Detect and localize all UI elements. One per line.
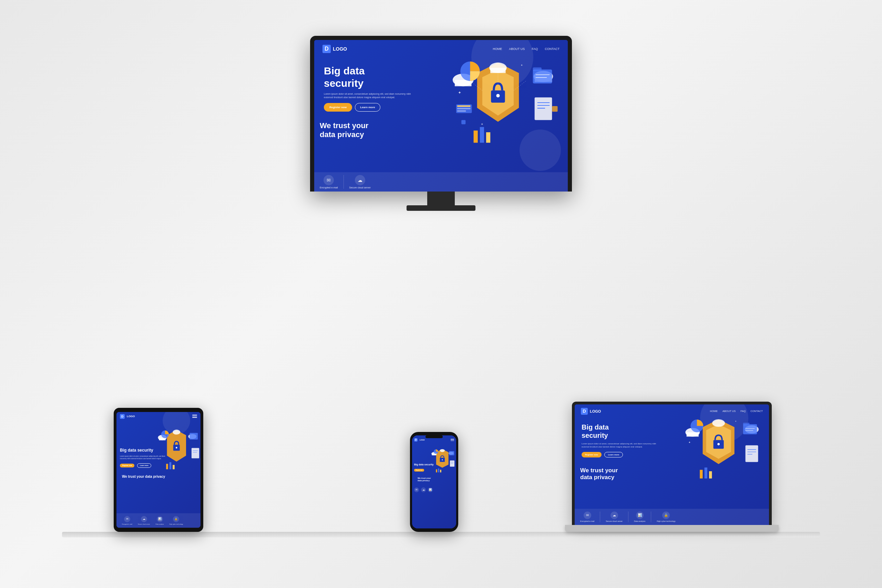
phone-feature-cloud: ☁ (421, 488, 426, 492)
svg-point-64 (440, 449, 445, 452)
svg-rect-54 (190, 433, 198, 439)
svg-rect-41 (700, 470, 702, 478)
tablet-feature-cloud-label: Secure cloud server (138, 523, 150, 525)
svg-rect-63 (432, 454, 436, 455)
svg-point-32 (717, 442, 720, 445)
svg-rect-28 (461, 120, 465, 124)
svg-point-51 (173, 429, 180, 434)
svg-rect-39 (743, 423, 749, 425)
monitor-stand-base (406, 205, 476, 211)
laptop-data-icon: 📊 (636, 512, 644, 519)
laptop-nav-logo: D LOGO (581, 408, 601, 415)
tablet-feature-cloud: ☁ Secure cloud server (138, 516, 150, 525)
feature-divider (344, 175, 344, 189)
svg-text:✦: ✦ (688, 440, 690, 444)
svg-rect-55 (192, 448, 199, 458)
tablet-hamburger-menu[interactable] (192, 415, 197, 418)
cloud-icon: ☁ (355, 175, 365, 185)
laptop-feature-label-cloud: Secure cloud server (606, 520, 622, 522)
svg-text:✦: ✦ (735, 420, 736, 422)
svg-rect-23 (457, 110, 466, 112)
svg-rect-70 (438, 468, 440, 472)
hamburger-line-3 (192, 417, 197, 418)
tablet-feature-data: 📊 Data analysis (156, 516, 164, 525)
monitor-learn-more-button[interactable]: Learn more (355, 103, 380, 112)
svg-rect-15 (480, 127, 484, 142)
tablet-cyber-icon: 🔒 (173, 516, 179, 522)
laptop-feature-cloud: ☁ Secure cloud server (606, 512, 622, 522)
phone-notch (426, 435, 443, 438)
svg-rect-7 (490, 68, 506, 73)
phone-feature-data: 📊 (428, 488, 433, 492)
laptop-divider-2 (628, 512, 628, 522)
monitor-nav-logo: D LOGO (322, 45, 347, 53)
phone-illustration (427, 440, 456, 482)
laptop-illustration: ✦ ✦ (668, 404, 769, 495)
laptop-base (565, 525, 778, 532)
svg-rect-16 (486, 132, 490, 142)
laptop-logo-text: LOGO (590, 409, 601, 413)
svg-rect-67 (449, 451, 454, 455)
surface (62, 532, 820, 537)
phone-site-content: D LOGO (412, 435, 456, 528)
svg-point-35 (712, 419, 725, 427)
tablet-site-content: D LOGO (117, 412, 201, 528)
monitor-frame: D LOGO HOME ABOUT US FAQ CONTACT (310, 36, 572, 192)
svg-text:✦: ✦ (481, 122, 483, 126)
tablet-screen: D LOGO (117, 412, 201, 528)
svg-rect-69 (436, 469, 438, 472)
laptop-screen-container: D LOGO HOME ABOUT US FAQ CONTACT Big dat… (572, 402, 772, 525)
phone-device: D LOGO (410, 432, 458, 532)
svg-point-48 (176, 447, 177, 448)
phone-frame: D LOGO (410, 432, 458, 532)
tablet-feature-data-label: Data analysis (156, 523, 164, 525)
svg-text:✦: ✦ (520, 63, 523, 66)
svg-rect-43 (709, 471, 712, 478)
tablet-logo-d: D (120, 414, 125, 419)
svg-rect-13 (535, 97, 552, 120)
phone-logo-d: D (414, 438, 418, 442)
tablet-feature-cyber-label: High cyber technology (170, 523, 183, 525)
hamburger-line-2 (192, 416, 197, 417)
svg-rect-57 (170, 462, 172, 469)
laptop-device: D LOGO HOME ABOUT US FAQ CONTACT Big dat… (572, 402, 778, 532)
svg-rect-56 (166, 464, 168, 469)
laptop-feature-label-data: Data analysis (634, 520, 645, 522)
phone-data-icon: 📊 (428, 488, 433, 492)
laptop-register-button[interactable]: Register now (582, 452, 602, 458)
tablet-device: D LOGO (114, 408, 203, 532)
phone-feature-email: ✉ (414, 488, 419, 492)
monitor-stand-neck (427, 192, 455, 205)
phone-email-icon: ✉ (414, 488, 419, 492)
tablet-register-button[interactable]: Register now (120, 464, 134, 468)
svg-rect-14 (474, 130, 478, 142)
monitor-register-button[interactable]: Register now (324, 103, 352, 112)
laptop-cloud-icon: ☁ (610, 512, 618, 519)
tablet-data-icon: 📊 (157, 516, 163, 522)
laptop-feature-label-email: Encrypted e-mail (580, 520, 594, 522)
svg-rect-22 (457, 108, 470, 109)
svg-rect-71 (440, 470, 442, 472)
svg-text:✦: ✦ (458, 90, 461, 95)
laptop-logo-d: D (581, 408, 588, 415)
phone-nav-logo: D LOGO (414, 438, 425, 442)
laptop-hero-desc: Lorem ipsum dolor sit amet, consectetuer… (582, 442, 657, 448)
feature-label-email: Encrypted e-mail (320, 186, 338, 189)
tablet-feature-email-label: Encrypted e-mail (122, 523, 132, 525)
laptop-feature-data: 📊 Data analysis (634, 512, 645, 522)
email-icon: ✉ (324, 175, 334, 185)
phone-cloud-icon: ☁ (421, 488, 426, 492)
svg-rect-58 (173, 465, 175, 469)
phone-logo-text: LOGO (420, 439, 425, 441)
svg-point-3 (496, 94, 500, 97)
laptop-screen: D LOGO HOME ABOUT US FAQ CONTACT Big dat… (574, 404, 769, 525)
laptop-learn-more-button[interactable]: Learn more (604, 452, 623, 458)
laptop-email-icon: ✉ (584, 512, 591, 519)
phone-hamburger-line-1 (451, 439, 454, 439)
svg-rect-34 (686, 432, 698, 436)
phone-register-button[interactable]: Register now (414, 469, 424, 472)
svg-rect-12 (533, 67, 542, 70)
tablet-frame: D LOGO (114, 408, 203, 532)
svg-rect-38 (743, 424, 757, 434)
tablet-email-icon: ✉ (124, 516, 130, 522)
